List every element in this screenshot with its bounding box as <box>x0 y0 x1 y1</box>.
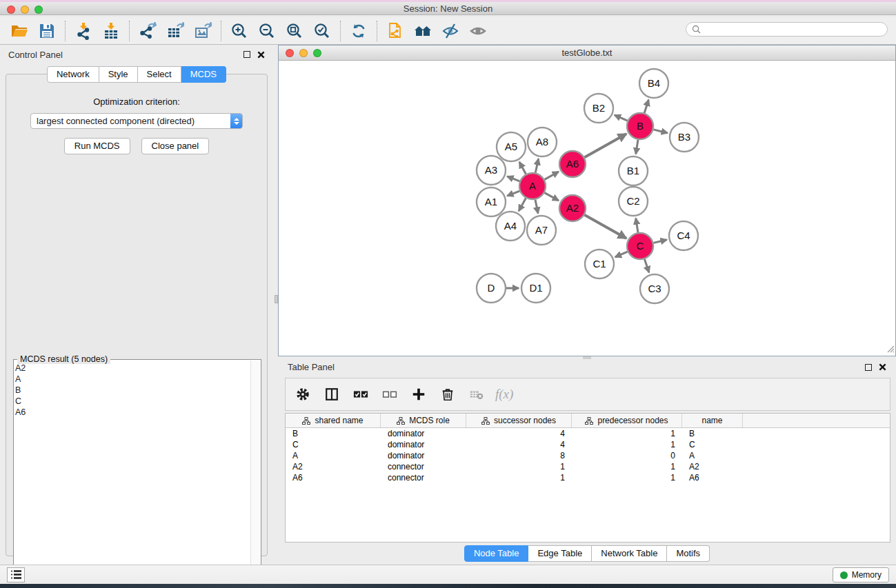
graph-edge-C-C2[interactable] <box>636 219 638 233</box>
graph-edge-A-A6[interactable] <box>545 172 559 179</box>
maximize-window-icon[interactable] <box>34 6 43 14</box>
home-icon[interactable] <box>409 19 437 43</box>
float-panel-icon[interactable] <box>243 51 250 58</box>
table-cell[interactable]: 1 <box>466 462 572 472</box>
save-icon[interactable] <box>33 19 61 43</box>
float-table-panel-icon[interactable] <box>865 364 872 371</box>
graph-edge-B-B3[interactable] <box>653 130 667 133</box>
table-cell[interactable]: connector <box>381 462 466 472</box>
table-cell[interactable]: A2 <box>286 462 381 472</box>
graph-edge-C-C1[interactable] <box>615 252 628 257</box>
table-cell[interactable]: A6 <box>286 473 381 483</box>
table-cell[interactable]: connector <box>381 473 466 483</box>
deselect-all-checkboxes-icon[interactable] <box>379 384 400 405</box>
graph-edge-A-A5[interactable] <box>519 162 526 174</box>
graph-edge-A-A8[interactable] <box>535 159 538 172</box>
select-all-checkboxes-icon[interactable] <box>350 384 371 405</box>
show-eye-icon[interactable] <box>464 19 492 43</box>
refresh-icon[interactable] <box>345 19 372 43</box>
result-list-item[interactable]: C <box>15 396 250 407</box>
export-image-icon[interactable] <box>189 19 217 43</box>
table-cell[interactable]: B <box>286 429 381 438</box>
graph-edge-C-C4[interactable] <box>653 240 666 243</box>
graph-edge-A-A2[interactable] <box>545 193 559 201</box>
table-cell[interactable]: 8 <box>466 451 572 460</box>
tab-style[interactable]: Style <box>99 66 138 83</box>
resize-grip-icon[interactable] <box>885 343 895 355</box>
minimize-window-icon[interactable] <box>21 6 29 14</box>
table-row[interactable]: Bdominator41B <box>286 428 890 439</box>
open-folder-icon[interactable] <box>6 19 33 43</box>
table-cell[interactable]: 4 <box>466 429 572 438</box>
column-header-successor-nodes[interactable]: successor nodes <box>466 414 572 427</box>
graph-edge-A-A1[interactable] <box>507 191 519 196</box>
table-row[interactable]: Adominator80A <box>286 450 890 461</box>
table-cell[interactable]: A6 <box>682 473 743 483</box>
table-cell[interactable]: C <box>286 440 381 449</box>
mcds-result-list[interactable]: A2ABCA6 <box>15 363 250 588</box>
table-row[interactable]: A6connector11A6 <box>286 472 890 483</box>
tab-network[interactable]: Network <box>47 66 99 83</box>
table-cell[interactable]: dominator <box>381 451 466 460</box>
search-input[interactable] <box>704 25 882 34</box>
column-header-MCDS-role[interactable]: MCDS role <box>381 414 466 427</box>
table-cell[interactable]: 1 <box>466 473 572 483</box>
zoom-out-icon[interactable] <box>253 19 281 43</box>
close-panel-icon[interactable] <box>257 51 265 59</box>
network-canvas[interactable]: B4B2BB3A5A8A6A3B1AA1C2A2A4A7C4CC1C3DD1 <box>279 61 895 356</box>
tab-motifs[interactable]: Motifs <box>667 545 710 562</box>
memory-button[interactable]: Memory <box>833 567 889 582</box>
vertical-splitter-handle[interactable] <box>275 295 278 303</box>
hide-panel-eye-icon[interactable] <box>437 19 464 43</box>
search-box[interactable] <box>686 22 888 37</box>
graph-edge-A6-B[interactable] <box>584 134 626 157</box>
network-graph[interactable]: B4B2BB3A5A8A6A3B1AA1C2A2A4A7C4CC1C3DD1 <box>279 61 895 356</box>
graph-edge-A2-C[interactable] <box>584 215 626 239</box>
table-cell[interactable]: 4 <box>466 440 572 449</box>
graph-edge-A-A3[interactable] <box>507 176 519 181</box>
result-list-item[interactable]: A6 <box>15 407 250 418</box>
new-network-from-file-icon[interactable] <box>381 19 409 43</box>
result-list-item[interactable]: A2 <box>15 363 250 374</box>
graph-edge-C-C3[interactable] <box>644 259 649 272</box>
export-table-icon[interactable] <box>161 19 189 43</box>
table-row[interactable]: A2connector11A2 <box>286 461 890 472</box>
zoom-fit-icon[interactable] <box>281 19 308 43</box>
result-list-item[interactable]: B <box>15 385 250 396</box>
settings-gear-icon[interactable] <box>292 384 313 405</box>
result-list-item[interactable]: A <box>15 374 250 385</box>
network-close-icon[interactable] <box>286 49 294 57</box>
node-table[interactable]: shared nameMCDS rolesuccessor nodesprede… <box>285 413 890 543</box>
graph-edge-A-A4[interactable] <box>519 199 526 212</box>
column-header-shared-name[interactable]: shared name <box>286 414 381 427</box>
import-table-icon[interactable] <box>97 19 125 43</box>
table-cell[interactable]: dominator <box>381 440 466 449</box>
close-window-icon[interactable] <box>7 6 15 14</box>
run-mcds-button[interactable]: Run MCDS <box>64 138 130 154</box>
close-table-panel-icon[interactable] <box>879 363 886 371</box>
tab-edge-table[interactable]: Edge Table <box>528 545 592 562</box>
table-header-row[interactable]: shared nameMCDS rolesuccessor nodesprede… <box>286 414 890 428</box>
column-visibility-icon[interactable] <box>321 384 342 405</box>
network-minimize-icon[interactable] <box>299 49 308 57</box>
table-cell[interactable]: B <box>682 429 743 438</box>
column-header-name[interactable]: name <box>682 414 743 427</box>
graph-edge-A-A7[interactable] <box>535 200 538 214</box>
table-cell[interactable]: 1 <box>572 462 682 472</box>
table-cell[interactable]: C <box>682 440 743 449</box>
table-cell[interactable]: dominator <box>381 429 466 438</box>
table-cell[interactable]: 1 <box>572 429 682 438</box>
graph-edge-B-B4[interactable] <box>644 100 648 113</box>
table-cell[interactable]: 1 <box>572 473 682 483</box>
zoom-in-icon[interactable] <box>226 19 253 43</box>
tab-network-table[interactable]: Network Table <box>592 545 667 562</box>
graph-edge-B-B2[interactable] <box>615 115 628 121</box>
add-row-plus-icon[interactable] <box>408 384 429 405</box>
delete-row-trash-icon[interactable] <box>437 384 458 405</box>
network-maximize-icon[interactable] <box>313 49 321 57</box>
zoom-selected-icon[interactable] <box>308 19 336 43</box>
import-network-icon[interactable] <box>70 19 97 43</box>
graph-edge-B-B1[interactable] <box>636 140 638 154</box>
task-history-list-icon[interactable] <box>7 567 25 582</box>
export-network-icon[interactable] <box>134 19 161 43</box>
